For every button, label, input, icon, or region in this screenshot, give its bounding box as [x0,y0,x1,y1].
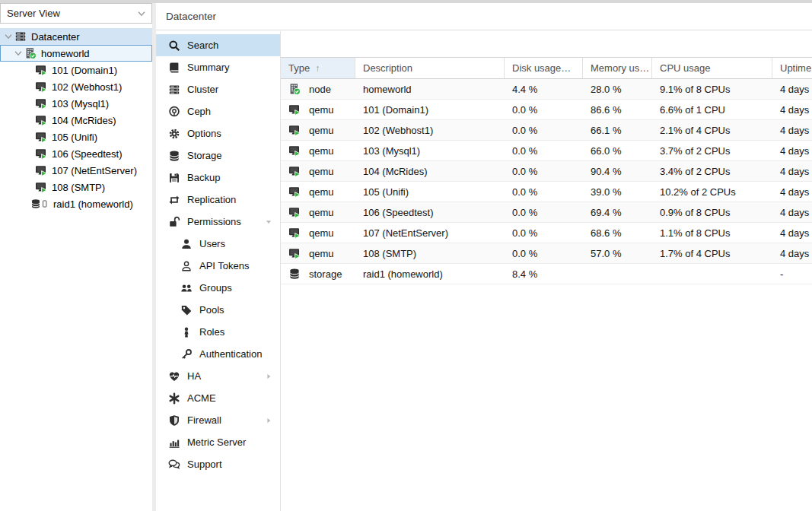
user-outline-icon [180,260,193,272]
nav-item-summary[interactable]: Summary [156,56,280,78]
floppy-icon [168,172,180,184]
nav-item-users[interactable]: Users [156,233,280,255]
table-row[interactable]: storage raid1 (homeworld) 8.4 % - [281,264,812,284]
node-online-icon [24,47,37,59]
user-icon [180,238,193,250]
view-selector-value: Server View [7,8,60,19]
nav-item-ha[interactable]: HA [156,365,280,387]
asterisk-icon [168,392,180,405]
view-selector[interactable]: Server View [0,3,152,24]
table-row[interactable]: qemu 105 (Unifi) 0.0 % 39.0 % 10.2% of 2… [281,182,812,202]
tree-node-vm-106[interactable]: 106 (Speedtest) [0,145,152,162]
vm-running-icon [35,64,47,76]
resource-tree-panel: Server View Datacenter homeworld 101 (Do… [0,3,152,511]
tree-node-vm-104[interactable]: 104 (McRides) [0,112,152,129]
tag-icon [180,304,193,316]
tree-node-homeworld[interactable]: homeworld [0,45,152,62]
nav-item-metric-server[interactable]: Metric Server [156,431,280,453]
column-header-memory-usage[interactable]: Memory us… [583,58,652,78]
table-row[interactable]: qemu 106 (Speedtest) 0.0 % 69.4 % 0.9% o… [281,202,812,223]
vm-running-icon [35,81,47,93]
tree-node-vm-105[interactable]: 105 (Unifi) [0,129,152,145]
table-row[interactable]: qemu 102 (Webhost1) 0.0 % 66.1 % 2.1% of… [281,120,812,141]
search-content: Type ↑ Description Disk usage… Memory us… [280,31,812,511]
gear-icon [168,128,180,140]
nav-item-firewall[interactable]: Firewall [156,409,280,431]
nav-item-support[interactable]: Support [156,453,280,475]
nav-item-cluster[interactable]: Cluster [156,78,280,100]
resource-grid: Type ↑ Description Disk usage… Memory us… [281,57,812,284]
database-icon [168,150,180,162]
users-icon [180,282,193,294]
vm-running-icon [288,247,301,259]
vm-running-icon [288,103,301,116]
tree-node-vm-108[interactable]: 108 (SMTP) [0,179,152,195]
nav-item-ceph[interactable]: Ceph [156,100,280,122]
tree-node-vm-102[interactable]: 102 (Webhost1) [0,78,152,95]
book-icon [168,62,180,74]
storage-icon [30,198,49,210]
nav-item-storage[interactable]: Storage [156,144,280,167]
datacenter-nav: Search Summary Cluster Ceph Options [156,31,280,511]
chevron-down-icon[interactable] [265,218,272,226]
column-header-uptime[interactable]: Uptime [772,58,812,78]
table-row[interactable]: node homeworld 4.4 % 28.0 % 9.1% of 8 CP… [281,79,812,100]
vm-running-icon [288,165,301,177]
unlock-icon [168,216,180,228]
vm-running-icon [35,97,47,110]
expander-icon[interactable] [3,31,14,42]
tree-node-label: 107 (NetEntServer) [52,165,137,176]
resource-tree: Datacenter homeworld 101 (Domain1) 102 (… [0,24,152,212]
search-icon [168,40,180,52]
nav-item-replication[interactable]: Replication [156,189,280,211]
table-row[interactable]: qemu 108 (SMTP) 0.0 % 57.0 % 1.7% of 4 C… [281,243,812,264]
tree-node-label: raid1 (homeworld) [53,198,133,210]
tree-node-datacenter[interactable]: Datacenter [0,28,152,45]
tree-node-storage-raid1[interactable]: raid1 (homeworld) [0,195,152,212]
nav-item-roles[interactable]: Roles [156,321,280,343]
nav-item-backup[interactable]: Backup [156,167,280,189]
nav-item-permissions[interactable]: Permissions [156,211,280,233]
nav-item-pools[interactable]: Pools [156,299,280,321]
vm-running-icon [35,181,47,193]
tree-node-label: Datacenter [31,31,80,43]
nav-item-api-tokens[interactable]: API Tokens [156,255,280,277]
column-header-disk-usage[interactable]: Disk usage… [505,58,583,78]
grid-header-row: Type ↑ Description Disk usage… Memory us… [281,58,812,79]
tree-node-label: 103 (Mysql1) [52,98,109,110]
chevron-right-icon[interactable] [265,373,272,380]
table-row[interactable]: qemu 101 (Domain1) 0.0 % 86.6 % 6.6% of … [281,100,812,120]
nav-item-authentication[interactable]: Authentication [156,343,280,365]
tree-node-label: 101 (Domain1) [52,65,117,76]
comments-icon [168,459,180,471]
column-header-type[interactable]: Type ↑ [281,58,355,78]
table-row[interactable]: qemu 107 (NetEntServer) 0.0 % 68.6 % 1.1… [281,223,812,243]
tree-node-vm-103[interactable]: 103 (Mysql1) [0,95,152,112]
proxmox-window: Server View Datacenter homeworld 101 (Do… [0,0,812,511]
nav-item-groups[interactable]: Groups [156,277,280,299]
tree-node-vm-101[interactable]: 101 (Domain1) [0,62,152,78]
table-row[interactable]: qemu 104 (McRides) 0.0 % 90.4 % 3.4% of … [281,161,812,182]
heartbeat-icon [168,370,180,382]
person-icon [180,326,193,338]
column-header-cpu-usage[interactable]: CPU usage [652,58,772,78]
sort-asc-icon: ↑ [315,63,320,74]
vm-running-icon [288,227,301,239]
table-row[interactable]: qemu 103 (Mysql1) 0.0 % 66.0 % 3.7% of 2… [281,141,812,161]
chevron-right-icon[interactable] [265,417,272,424]
chevron-down-icon[interactable] [136,8,147,19]
nav-item-options[interactable]: Options [156,122,280,144]
vm-running-icon [35,131,47,143]
replication-icon [168,194,180,206]
nav-item-search[interactable]: Search [156,34,280,56]
key-icon [180,348,193,360]
vm-running-icon [288,144,301,157]
expander-icon[interactable] [13,48,24,59]
node-online-icon [288,83,301,95]
vm-running-icon [35,148,47,160]
tree-node-label: 105 (Unifi) [52,132,97,143]
tree-node-vm-107[interactable]: 107 (NetEntServer) [0,162,152,179]
column-header-description[interactable]: Description [355,58,505,78]
ceph-icon [168,106,180,118]
nav-item-acme[interactable]: ACME [156,387,280,409]
